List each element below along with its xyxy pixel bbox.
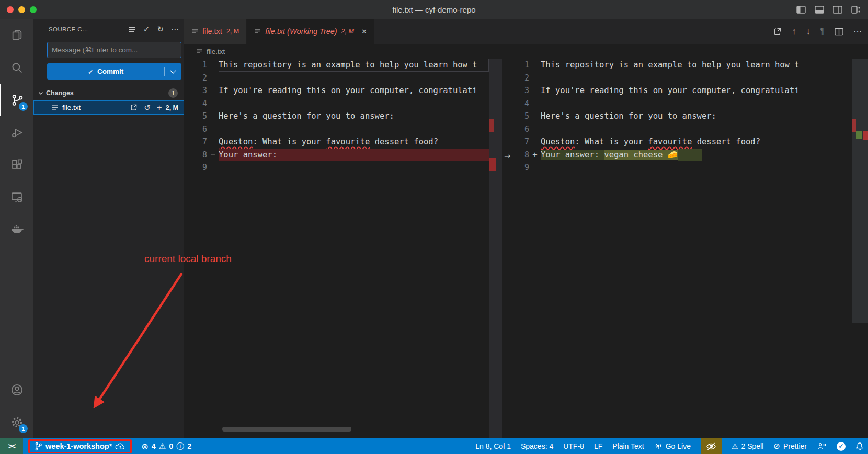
split-editor-icon[interactable] (835, 28, 843, 36)
commit-check-icon[interactable]: ✓ (143, 25, 150, 34)
code-line[interactable]: 1This repository is an example to help y… (184, 59, 489, 72)
go-live-item[interactable]: Go Live (654, 442, 691, 450)
code-line[interactable]: 9 (184, 161, 489, 174)
publish-cloud-icon (115, 442, 125, 450)
breadcrumb-file: file.txt (207, 48, 225, 55)
status-bar: >< week-1-workshop* ⊗ 4 ⚠ 0 ⓘ 2 Ln 8, Co… (0, 438, 868, 454)
activity-bar: 1 1 (0, 19, 33, 438)
code-line[interactable]: 3If you're reading this on your computer… (518, 84, 868, 97)
code-line[interactable]: 5Here's a question for you to answer: (184, 110, 489, 123)
eol-item[interactable]: LF (594, 442, 602, 450)
warning-count: 0 (169, 442, 173, 450)
language-mode-item[interactable]: Plain Text (612, 442, 644, 450)
prettier-item[interactable]: ⊘ Prettier (773, 441, 807, 451)
view-as-list-icon[interactable] (128, 26, 136, 33)
render-whitespace-icon[interactable]: ¶ (820, 27, 825, 36)
settings-badge: 1 (19, 424, 28, 433)
tab-decoration: 2, M (341, 28, 354, 35)
run-debug-icon[interactable] (0, 116, 33, 149)
prettier-slash-icon: ⊘ (773, 441, 780, 451)
overview-deleted-mark (489, 158, 496, 171)
scm-badge: 1 (19, 102, 28, 111)
vscode-window: file.txt — cyf-demo-repo (0, 0, 868, 454)
source-control-sidebar: SOURCE C… ✓ ↻ ⋯ ✓ Commit (33, 19, 184, 438)
toggle-secondary-sidebar-icon[interactable] (833, 6, 842, 14)
code-line[interactable]: 9 (518, 161, 868, 174)
close-tab-icon[interactable]: ✕ (361, 28, 367, 36)
format-status-icon[interactable]: ✓ (837, 442, 846, 451)
toggle-panel-icon[interactable] (815, 6, 824, 14)
revert-change-arrow[interactable]: → (497, 149, 518, 162)
title-bar: file.txt — cyf-demo-repo (0, 0, 868, 19)
feedback-person-icon[interactable] (817, 442, 827, 450)
problems-status-item[interactable]: ⊗ 4 ⚠ 0 ⓘ 2 (141, 441, 191, 451)
insertion-sign: + (529, 150, 541, 160)
code-line[interactable]: 4 (518, 97, 868, 110)
code-line[interactable]: 3If you're reading this on your computer… (184, 84, 489, 97)
horizontal-scrollbar[interactable] (222, 427, 351, 432)
stage-changes-icon[interactable]: + (157, 103, 162, 113)
code-line[interactable]: 7Queston: What is your favourite dessert… (518, 135, 868, 149)
broadcast-icon (654, 442, 663, 450)
settings-gear-icon[interactable]: 1 (0, 406, 33, 438)
overview-deleted-mark (863, 131, 868, 140)
breadcrumb[interactable]: file.txt (184, 44, 868, 59)
search-icon[interactable] (0, 51, 33, 84)
changed-file-row[interactable]: file.txt ↺ + 2, M (33, 100, 184, 115)
left-overview-ruler[interactable] (489, 59, 502, 438)
source-control-icon[interactable]: 1 (0, 84, 33, 116)
window-title: file.txt — cyf-demo-repo (0, 5, 868, 14)
remote-indicator[interactable]: >< (0, 438, 23, 454)
encoding-item[interactable]: UTF-8 (563, 442, 584, 450)
open-file-icon[interactable] (130, 104, 138, 111)
right-scrollbar[interactable] (852, 59, 868, 438)
code-line[interactable]: 2 (184, 72, 489, 85)
toggle-sidebar-icon[interactable] (796, 6, 806, 14)
git-branch-icon (35, 442, 42, 451)
changes-section-header[interactable]: Changes 1 (33, 87, 184, 99)
code-line[interactable]: 6 (518, 123, 868, 136)
branch-status-item[interactable]: week-1-workshop* (35, 442, 125, 451)
code-line[interactable]: 1This repository is an example to help y… (518, 59, 868, 72)
tab-label: file.txt (202, 27, 222, 36)
branch-name: week-1-workshop* (45, 442, 112, 450)
tab-file-txt-working-tree[interactable]: file.txt (Working Tree) 2, M ✕ (247, 19, 374, 44)
code-line[interactable]: 7Queston: What is your favourite dessert… (184, 135, 489, 149)
refresh-icon[interactable]: ↻ (157, 25, 164, 34)
tab-file-txt[interactable]: file.txt 2, M (184, 19, 247, 44)
code-line[interactable]: 2 (518, 72, 868, 85)
code-line[interactable]: 5Here's a question for you to answer: (518, 110, 868, 123)
notifications-bell-icon[interactable] (855, 442, 864, 451)
explorer-icon[interactable] (0, 19, 33, 51)
info-count: 2 (187, 442, 191, 450)
more-actions-icon[interactable]: ⋯ (853, 27, 862, 37)
cursor-position-item[interactable]: Ln 8, Col 1 (475, 442, 511, 450)
added-code-line[interactable]: 8+Your answer: vegan cheese 🧀 (518, 149, 868, 162)
commit-dropdown-button[interactable] (165, 71, 181, 73)
code-line[interactable]: 6 (184, 123, 489, 136)
deleted-code-line[interactable]: 8−Your answer: (184, 149, 489, 162)
previous-change-icon[interactable]: ↑ (792, 27, 796, 36)
open-changes-icon[interactable] (773, 27, 782, 36)
commit-button[interactable]: ✓ Commit (47, 63, 181, 80)
indentation-item[interactable]: Spaces: 4 (521, 442, 553, 450)
file-icon (196, 48, 203, 54)
spell-checker-item[interactable]: ⚠ 2 Spell (732, 442, 763, 450)
hide-errors-toggle[interactable] (701, 438, 722, 454)
customize-layout-icon[interactable] (851, 6, 861, 14)
tab-label: file.txt (Working Tree) (265, 27, 337, 36)
more-actions-icon[interactable]: ⋯ (171, 25, 179, 34)
diff-modified-pane[interactable]: 1This repository is an example to help y… (518, 59, 868, 438)
docker-icon[interactable] (0, 213, 33, 246)
extensions-icon[interactable] (0, 149, 33, 181)
scrollbar-slider[interactable] (852, 59, 868, 323)
error-count: 4 (152, 442, 156, 450)
warnings-icon: ⚠ (159, 441, 166, 451)
discard-changes-icon[interactable]: ↺ (144, 103, 151, 112)
code-line[interactable]: 4 (184, 97, 489, 110)
accounts-icon[interactable] (0, 373, 33, 406)
commit-message-input[interactable] (47, 42, 181, 58)
next-change-icon[interactable]: ↓ (806, 27, 810, 36)
remote-explorer-icon[interactable] (0, 181, 33, 213)
diff-original-pane[interactable]: 1This repository is an example to help y… (184, 59, 489, 438)
